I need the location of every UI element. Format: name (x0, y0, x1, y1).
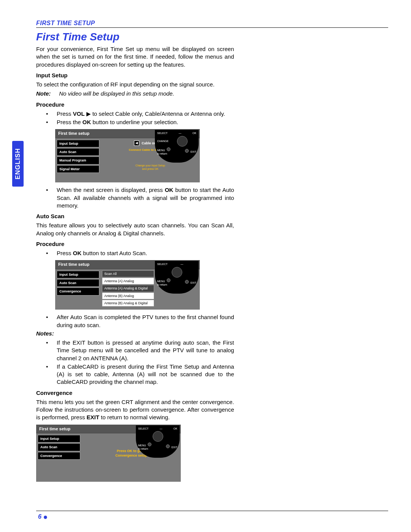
notes-label: Notes: (36, 330, 234, 337)
button-dot-icon (185, 149, 189, 153)
list-item: If the EXIT button is pressed at anytime… (57, 339, 234, 362)
osd-menu-item: Auto Scan (38, 443, 80, 451)
osd-menu-item: Signal Meter (57, 165, 99, 173)
auto-scan-heading: Auto Scan (36, 212, 234, 220)
osd-screenshot-2: First time setup Input Setup Auto Scan C… (55, 260, 200, 310)
auto-scan-body: This feature allows you to selectively a… (36, 222, 234, 237)
notes-list: If the EXIT button is pressed at anytime… (36, 339, 234, 386)
osd-menu-item: Input Setup (57, 140, 99, 147)
page-title: First Time Setup (36, 31, 388, 43)
osd-menu-item: Convergence (57, 288, 99, 295)
left-arrow-icon: ◀ (134, 141, 139, 146)
osd-menu-item: Auto Scan (57, 279, 99, 287)
button-dot-icon (148, 443, 151, 446)
intro-paragraph: For your convenience, First Time Set up … (36, 45, 234, 69)
input-setup-body: To select the configuration of RF input … (36, 81, 234, 88)
button-dot-icon (167, 147, 170, 151)
input-setup-note: Note: No video will be displayed in this… (36, 90, 234, 97)
procedure-heading-1: Procedure (36, 101, 234, 109)
button-dot-icon (166, 444, 170, 448)
osd-list-item: Antenna (B) Analog (102, 292, 154, 299)
procedure-list-2: Press OK button to start Auto Scan. (36, 249, 234, 257)
list-item: Press the OK button to underline your se… (57, 118, 234, 126)
dpad-icon (153, 431, 163, 442)
osd-list-item: Scan All (102, 270, 154, 277)
osd-screenshot-3: First time setup Input Setup Auto Scan C… (36, 425, 181, 482)
input-setup-heading: Input Setup (36, 72, 234, 79)
osd1-menu: Input Setup Auto Scan Manual Program Sig… (55, 138, 101, 175)
osd2-remote-hint: SELECT— MENU to return EXIT (155, 261, 199, 293)
osd-list-item: Antenna (B) Analog & Digital (102, 300, 154, 307)
button-dot-icon (185, 280, 189, 284)
list-item: Press OK button to start Auto Scan. (57, 249, 234, 257)
button-dot-icon (167, 278, 170, 282)
osd-menu-item: Manual Program (57, 157, 99, 164)
osd-menu-item: Auto Scan (57, 148, 99, 156)
osd-screenshot-1: First time setup Input Setup Auto Scan M… (55, 129, 200, 182)
osd-menu-item: Input Setup (38, 435, 80, 443)
osd-menu-item: Input Setup (57, 271, 99, 278)
bullet-icon: ● (43, 513, 48, 521)
content-column: For your convenience, First Time Set up … (36, 45, 234, 482)
page-number: 6 ● (38, 513, 48, 521)
procedure-list-1: Press VOL ▶ to select Cable only, Cable/… (36, 110, 234, 126)
procedure-list-2b: After Auto Scan is completed the PTV tun… (36, 313, 234, 329)
procedure-heading-2: Procedure (36, 240, 234, 248)
convergence-body: This menu lets you set the green CRT ali… (36, 398, 234, 422)
dpad-icon (177, 136, 188, 147)
list-item: After Auto Scan is completed the PTV tun… (57, 313, 234, 329)
convergence-heading: Convergence (36, 389, 234, 397)
osd-list-item: Antenna (A) Analog (102, 278, 154, 284)
dpad-icon (172, 267, 182, 278)
list-item: If a CableCARD is present during the Fir… (57, 363, 234, 386)
procedure-list-1b: When the next screen is displayed, press… (36, 186, 234, 209)
osd3-remote-hint: SELECT—OK MENU to return EXIT (136, 425, 180, 458)
osd2-menu: Input Setup Auto Scan Convergence (55, 269, 101, 308)
list-item: Press VOL ▶ to select Cable only, Cable/… (57, 110, 234, 118)
list-item: When the next screen is displayed, press… (57, 186, 234, 209)
osd3-menu: Input Setup Auto Scan Convergence (36, 433, 82, 462)
section-header-small: FIRST TIME SETUP (36, 20, 388, 27)
footer-rule (36, 511, 388, 511)
osd-menu-item: Convergence (38, 452, 80, 460)
header-rule (36, 27, 388, 28)
osd1-remote-hint: SELECT—OK CHANGE MENU to return EXIT (155, 130, 199, 162)
osd-list-item: Antenna (A) Analog & Digital (102, 285, 154, 292)
